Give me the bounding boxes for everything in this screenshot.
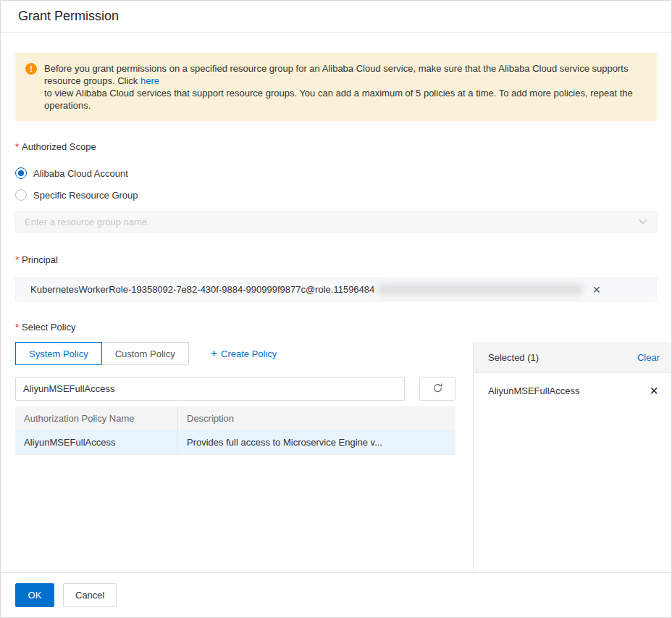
- column-header-name: Authorization Policy Name: [15, 406, 178, 430]
- selected-count-label: Selected (1): [488, 352, 539, 363]
- principal-label: *Principal: [15, 254, 657, 266]
- radio-icon[interactable]: [15, 167, 27, 179]
- required-asterisk: *: [15, 254, 19, 265]
- list-item: AliyunMSEFullAccess ×: [474, 375, 671, 406]
- redacted-blur: [377, 284, 584, 295]
- page-title: Grant Permission: [18, 9, 119, 24]
- radio-label: Alibaba Cloud Account: [33, 168, 128, 179]
- policy-tabs: System Policy Custom Policy + Create Pol…: [15, 342, 455, 365]
- policy-table: Authorization Policy Name Description Al…: [15, 406, 455, 455]
- selected-panel-body: AliyunMSEFullAccess ×: [474, 373, 671, 572]
- grant-permission-dialog: Grant Permission ! Before you grant perm…: [0, 0, 672, 618]
- required-asterisk: *: [15, 322, 19, 333]
- selected-panel-header: Selected (1) Clear: [474, 342, 671, 373]
- selected-panel: Selected (1) Clear AliyunMSEFullAccess ×: [473, 342, 671, 572]
- policy-description-cell: Provides full access to Microservice Eng…: [178, 430, 455, 454]
- policy-search-input[interactable]: [15, 377, 405, 401]
- resource-group-select[interactable]: Enter a resource group name.: [15, 211, 657, 233]
- cancel-button[interactable]: Cancel: [63, 583, 117, 607]
- radio-label: Specific Resource Group: [33, 190, 138, 201]
- policy-section: System Policy Custom Policy + Create Pol…: [15, 342, 671, 572]
- column-header-description: Description: [178, 406, 455, 430]
- principal-field[interactable]: KubernetesWorkerRole-19358092-7e82-430f-…: [15, 277, 657, 301]
- dialog-header: Grant Permission: [1, 1, 671, 33]
- clear-link[interactable]: Clear: [637, 352, 660, 363]
- here-link[interactable]: here: [140, 75, 159, 86]
- create-policy-link[interactable]: + Create Policy: [211, 348, 277, 359]
- notice-text-before-link: Before you grant permissions on a specif…: [44, 63, 628, 86]
- chevron-down-icon: [639, 217, 647, 227]
- tab-custom-policy[interactable]: Custom Policy: [101, 342, 189, 365]
- table-header-row: Authorization Policy Name Description: [15, 406, 455, 430]
- resource-group-placeholder: Enter a resource group name.: [25, 217, 150, 227]
- selected-policy-label: AliyunMSEFullAccess: [488, 385, 579, 396]
- warning-icon: !: [25, 63, 37, 75]
- radio-icon[interactable]: [15, 189, 27, 201]
- notice-banner: ! Before you grant permissions on a spec…: [15, 53, 657, 121]
- radio-specific-resource-group[interactable]: Specific Resource Group: [15, 189, 657, 201]
- policy-picker: System Policy Custom Policy + Create Pol…: [15, 342, 455, 572]
- refresh-button[interactable]: [419, 377, 455, 401]
- remove-selected-policy-icon[interactable]: ×: [650, 383, 658, 398]
- notice-text-after-link: to view Alibaba Cloud services that supp…: [44, 88, 633, 111]
- ok-button[interactable]: OK: [15, 583, 54, 607]
- required-asterisk: *: [15, 141, 19, 152]
- radio-alibaba-cloud-account[interactable]: Alibaba Cloud Account: [15, 167, 657, 179]
- plus-icon: +: [211, 348, 217, 359]
- authorized-scope-label: *Authorized Scope: [15, 141, 657, 153]
- tab-system-policy[interactable]: System Policy: [15, 342, 102, 365]
- remove-principal-icon[interactable]: ×: [592, 283, 600, 296]
- create-policy-label: Create Policy: [221, 348, 277, 359]
- policy-name-cell: AliyunMSEFullAccess: [15, 430, 178, 454]
- table-row[interactable]: AliyunMSEFullAccess Provides full access…: [15, 430, 455, 455]
- refresh-icon: [432, 383, 443, 396]
- principal-value: KubernetesWorkerRole-19358092-7e82-430f-…: [30, 284, 374, 295]
- dialog-footer: OK Cancel: [1, 572, 671, 617]
- policy-search-row: [15, 377, 455, 401]
- select-policy-label: *Select Policy: [15, 322, 657, 333]
- dialog-body: ! Before you grant permissions on a spec…: [1, 33, 671, 572]
